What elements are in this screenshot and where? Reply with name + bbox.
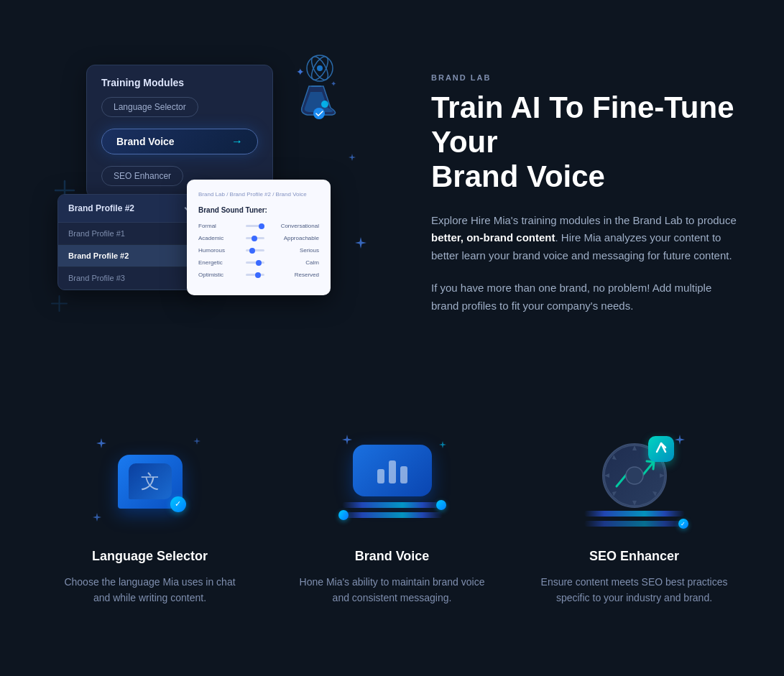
training-modules-card: Training Modules Language Selector Brand… [86,65,273,198]
voice-line-2 [342,512,443,518]
svg-point-9 [626,467,643,484]
lang-sparkle-1 [96,438,106,451]
brand-voice-title: Brand Voice [355,549,430,564]
hero-title: Train AI To Fine-Tune Your Brand Voice [431,91,741,195]
section-label: BRAND LAB [431,73,741,82]
brand-profile-item-2-active[interactable]: Brand Profile #2 [58,245,200,267]
hero-description-1: Explore Hire Mia's training modules in t… [431,212,741,265]
hero-illustration: Training Modules Language Selector Brand… [43,50,388,352]
lang-sparkle-2 [193,435,200,448]
seo-enhancer-pill[interactable]: SEO Enhancer [101,166,183,186]
voice-bars-container [377,458,407,483]
brand-voice-pill-active[interactable]: Brand Voice → [101,129,258,154]
seo-arrow-badge [648,436,674,462]
seo-line-1-row [584,511,685,517]
sparkle-2 [349,151,356,164]
sparkle-1 [355,237,366,251]
svg-text:✦: ✦ [331,80,336,88]
voice-dot-right-1 [436,500,446,510]
flask-decoration: ✦ ✦ [287,50,345,122]
tuner-row-academic: Academic Approachable [198,235,319,241]
hero-description-2: If you have more than one brand, no prob… [431,279,741,315]
svg-text:✦: ✦ [296,66,305,78]
language-selector-pill[interactable]: Language Selector [101,97,198,117]
training-modules-title: Training Modules [101,77,258,88]
brand-profile-item-3[interactable]: Brand Profile #3 [58,267,200,290]
features-section: 文 ✓ Language Selector Choose the languag… [43,431,741,606]
brand-voice-description: Hone Mia's ability to maintain brand voi… [299,574,486,606]
svg-point-5 [313,108,325,119]
language-selector-icon: 文 ✓ [86,431,215,532]
brand-voice-icon [328,431,457,532]
seo-check-dot: ✓ [678,519,688,529]
voice-lines-container [342,502,443,518]
language-check-badge: ✓ [170,496,186,512]
brand-voice-bubble [353,445,432,496]
seo-enhancer-description: Ensure content meets SEO best practices … [541,574,728,606]
hero-text: BRAND LAB Train AI To Fine-Tune Your Bra… [431,73,741,330]
language-selector-title: Language Selector [92,549,208,564]
voice-line-1-row [342,502,443,508]
hero-section: Training Modules Language Selector Brand… [43,29,741,374]
seo-enhancer-title: SEO Enhancer [589,549,679,564]
svg-point-3 [317,65,323,71]
lang-sparkle-3 [93,511,101,524]
arrow-right-icon: → [231,135,243,148]
brand-profile-dropdown-header[interactable]: Brand Profile #2 [58,195,200,223]
brand-voice-bubble-wrapper [342,445,443,518]
brand-profile-item-1[interactable]: Brand Profile #1 [58,223,200,245]
plus-decoration-2 [50,295,68,315]
tuner-row-formal: Formal Conversational [198,223,319,229]
brand-profile-dropdown[interactable]: Brand Profile #2 Brand Profile #1 Brand … [57,194,201,290]
page-wrapper: Training Modules Language Selector Brand… [0,0,784,635]
sound-tuner-breadcrumb: Brand Lab / Brand Profile #2 / Brand Voi… [198,191,319,198]
seo-icon-wrapper: ✓ [584,436,685,527]
seo-line-2-row: ✓ [584,521,685,527]
seo-gear-container [591,436,678,508]
tuner-row-optimistic: Optimistic Reserved [198,272,319,278]
language-inner-bubble: 文 [129,463,172,499]
sound-tuner-title: Brand Sound Tuner: [198,206,319,214]
feature-card-language-selector: 文 ✓ Language Selector Choose the languag… [43,431,257,606]
seo-line-1 [584,511,685,517]
sound-tuner-card: Brand Lab / Brand Profile #2 / Brand Voi… [187,180,331,295]
seo-enhancer-icon: ✓ [570,431,699,532]
language-selector-description: Choose the language Mia uses in chat and… [57,574,244,606]
voice-bar-2 [389,460,396,483]
seo-lines-container: ✓ [584,511,685,527]
tuner-row-energetic: Energetic Calm [198,259,319,266]
voice-bar-1 [377,469,384,483]
tuner-row-humorous: Humorous Serious [198,247,319,254]
language-char-icon: 文 [141,469,160,494]
voice-line-1 [342,502,443,508]
language-bubble-wrapper: 文 ✓ [118,455,183,509]
seo-arrow-up-icon [654,440,668,455]
feature-card-seo-enhancer: ✓ SEO Enhancer Ensure content meets SEO … [527,431,741,606]
svg-point-4 [321,101,328,108]
voice-line-2-row [342,512,443,518]
seo-line-2 [584,521,685,527]
voice-bar-3 [400,466,407,483]
feature-card-brand-voice: Brand Voice Hone Mia's ability to mainta… [285,431,499,606]
